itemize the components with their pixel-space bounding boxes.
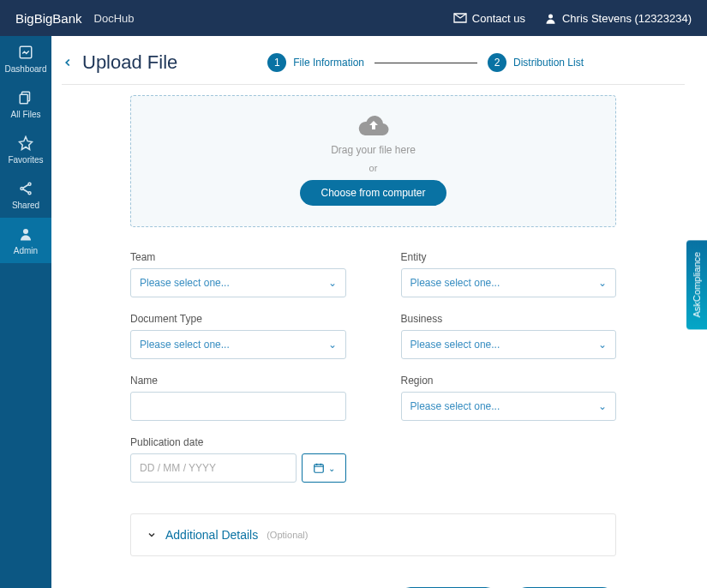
team-select[interactable]: Please select one... ⌄ <box>130 268 346 297</box>
mail-icon <box>453 13 467 23</box>
drag-text: Drag your file here <box>331 144 416 156</box>
select-placeholder: Please select one... <box>410 277 500 289</box>
files-icon <box>18 90 33 105</box>
chevron-down-icon: ⌄ <box>598 339 607 351</box>
entity-label: Entity <box>401 251 617 263</box>
svg-point-6 <box>28 192 31 195</box>
file-dropzone[interactable]: Drag your file here or Choose from compu… <box>130 95 616 227</box>
chevron-down-icon: ⌄ <box>598 400 607 412</box>
sidebar-item-label: Admin <box>14 246 38 255</box>
brand-label: BigBigBank <box>15 11 82 26</box>
pub-date-label: Publication date <box>130 436 346 448</box>
chevron-down-icon: ⌄ <box>598 277 607 289</box>
calendar-button[interactable]: ⌄ <box>302 453 346 483</box>
step-number: 2 <box>488 53 506 72</box>
chevron-down-icon: ⌄ <box>328 277 337 289</box>
doc-type-select[interactable]: Please select one... ⌄ <box>130 330 346 359</box>
stepper: 1 File Information 2 Distribution List <box>267 53 584 72</box>
choose-file-button[interactable]: Choose from computer <box>300 180 446 206</box>
svg-point-4 <box>28 183 31 185</box>
main-content: Upload File 1 File Information 2 Distrib… <box>51 36 707 588</box>
business-select[interactable]: Please select one... ⌄ <box>401 330 617 359</box>
team-label: Team <box>130 251 346 263</box>
user-icon <box>18 226 33 242</box>
user-icon <box>544 12 557 25</box>
user-label: Chris Stevens (12323234) <box>562 12 692 25</box>
name-input-wrap <box>130 392 346 421</box>
doc-type-label: Document Type <box>130 313 346 325</box>
chevron-down-icon: ⌄ <box>328 464 335 473</box>
svg-point-0 <box>548 14 553 18</box>
or-text: or <box>369 163 378 173</box>
sidebar-item-label: All Files <box>10 110 40 119</box>
app-label: DocHub <box>94 12 135 25</box>
contact-us-label: Contact us <box>472 12 525 25</box>
region-label: Region <box>401 375 617 387</box>
sidebar-item-label: Shared <box>12 201 39 210</box>
entity-select[interactable]: Please select one... ⌄ <box>401 268 617 297</box>
pub-date-input-wrap <box>130 453 297 483</box>
step-number: 1 <box>267 53 286 72</box>
svg-point-5 <box>21 188 23 190</box>
ask-compliance-tab[interactable]: AskCompliance <box>686 240 707 329</box>
pub-date-input[interactable] <box>140 462 287 474</box>
calendar-icon <box>313 462 325 474</box>
step-1[interactable]: 1 File Information <box>267 53 364 72</box>
chevron-down-icon: ⌄ <box>328 339 337 351</box>
sidebar-item-label: Favorites <box>8 155 43 165</box>
select-placeholder: Please select one... <box>410 400 500 412</box>
additional-details-accordion[interactable]: Additional Details (Optional) <box>130 513 616 556</box>
share-icon <box>18 181 33 196</box>
chevron-down-icon <box>147 530 157 540</box>
chart-icon <box>18 45 33 60</box>
step-2[interactable]: 2 Distribution List <box>488 53 584 72</box>
svg-point-7 <box>23 229 28 234</box>
accordion-title: Additional Details <box>165 528 258 542</box>
sidebar: Dashboard All Files Favorites Shared Adm… <box>0 36 51 588</box>
select-placeholder: Please select one... <box>140 339 230 351</box>
region-select[interactable]: Please select one... ⌄ <box>401 392 617 421</box>
select-placeholder: Please select one... <box>140 277 230 289</box>
business-label: Business <box>401 313 617 325</box>
top-bar: BigBigBank DocHub Contact us Chris Steve… <box>0 0 707 36</box>
user-menu[interactable]: Chris Stevens (12323234) <box>544 12 692 25</box>
svg-rect-8 <box>314 465 323 472</box>
sidebar-item-favorites[interactable]: Favorites <box>0 127 51 172</box>
name-label: Name <box>130 375 346 387</box>
step-label: Distribution List <box>513 57 584 69</box>
sidebar-item-dashboard[interactable]: Dashboard <box>0 36 51 81</box>
name-input[interactable] <box>140 400 337 412</box>
sidebar-item-label: Dashboard <box>5 64 47 74</box>
sidebar-item-all-files[interactable]: All Files <box>0 81 51 127</box>
sidebar-item-shared[interactable]: Shared <box>0 172 51 218</box>
upload-cloud-icon <box>358 113 389 137</box>
back-button[interactable] <box>62 55 74 70</box>
step-label: File Information <box>293 57 364 69</box>
select-placeholder: Please select one... <box>410 339 500 351</box>
star-icon <box>18 135 33 151</box>
contact-us-link[interactable]: Contact us <box>453 12 525 25</box>
step-connector <box>374 63 477 63</box>
svg-rect-3 <box>20 94 27 104</box>
sidebar-item-admin[interactable]: Admin <box>0 218 51 263</box>
accordion-optional: (Optional) <box>267 530 308 540</box>
page-title: Upload File <box>82 51 177 74</box>
